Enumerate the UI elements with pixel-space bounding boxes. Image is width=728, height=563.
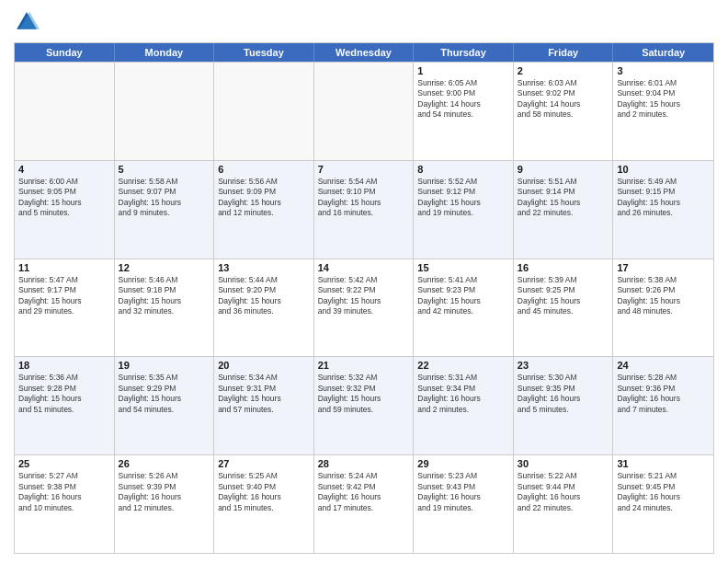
calendar-cell: 11Sunrise: 5:47 AM Sunset: 9:17 PM Dayli…: [15, 259, 115, 357]
day-info: Sunrise: 6:01 AM Sunset: 9:04 PM Dayligh…: [617, 78, 710, 121]
day-number: 10: [617, 164, 710, 175]
day-info: Sunrise: 5:58 AM Sunset: 9:07 PM Dayligh…: [119, 177, 210, 219]
day-number: 16: [518, 262, 609, 273]
header-day-sunday: Sunday: [15, 43, 115, 62]
day-number: 2: [518, 65, 609, 76]
calendar-cell: 12Sunrise: 5:46 AM Sunset: 9:18 PM Dayli…: [115, 259, 215, 357]
day-info: Sunrise: 5:39 AM Sunset: 9:25 PM Dayligh…: [518, 275, 609, 317]
header-day-tuesday: Tuesday: [214, 43, 314, 62]
day-info: Sunrise: 5:24 AM Sunset: 9:42 PM Dayligh…: [318, 471, 410, 513]
day-info: Sunrise: 5:21 AM Sunset: 9:45 PM Dayligh…: [617, 471, 710, 513]
day-number: 21: [318, 360, 410, 371]
header-day-thursday: Thursday: [414, 43, 514, 62]
calendar-row: 4Sunrise: 6:00 AM Sunset: 9:05 PM Daylig…: [15, 160, 713, 259]
day-number: 26: [119, 458, 210, 469]
day-info: Sunrise: 5:54 AM Sunset: 9:10 PM Dayligh…: [318, 177, 410, 219]
day-info: Sunrise: 5:36 AM Sunset: 9:28 PM Dayligh…: [18, 373, 110, 415]
calendar-row: 1Sunrise: 6:05 AM Sunset: 9:00 PM Daylig…: [15, 62, 713, 160]
day-number: 3: [617, 65, 710, 76]
day-number: 12: [119, 262, 210, 273]
day-number: 28: [318, 458, 410, 469]
calendar-cell: 22Sunrise: 5:31 AM Sunset: 9:34 PM Dayli…: [414, 357, 514, 454]
day-info: Sunrise: 6:05 AM Sunset: 9:00 PM Dayligh…: [417, 78, 509, 121]
day-number: 22: [417, 360, 509, 371]
calendar-header: SundayMondayTuesdayWednesdayThursdayFrid…: [15, 43, 713, 62]
calendar-cell: 20Sunrise: 5:34 AM Sunset: 9:31 PM Dayli…: [214, 357, 314, 454]
day-number: 17: [617, 262, 710, 273]
calendar-cell: 25Sunrise: 5:27 AM Sunset: 9:38 PM Dayli…: [15, 455, 115, 553]
day-info: Sunrise: 5:41 AM Sunset: 9:23 PM Dayligh…: [417, 275, 509, 317]
day-info: Sunrise: 6:00 AM Sunset: 9:05 PM Dayligh…: [18, 177, 110, 219]
header-day-monday: Monday: [115, 43, 215, 62]
calendar-cell: [314, 63, 415, 160]
calendar-row: 25Sunrise: 5:27 AM Sunset: 9:38 PM Dayli…: [15, 454, 713, 553]
calendar-cell: 2Sunrise: 6:03 AM Sunset: 9:02 PM Daylig…: [514, 63, 614, 160]
calendar-cell: 10Sunrise: 5:49 AM Sunset: 9:15 PM Dayli…: [613, 161, 713, 259]
day-number: 9: [518, 164, 609, 175]
day-info: Sunrise: 5:31 AM Sunset: 9:34 PM Dayligh…: [417, 373, 509, 415]
day-number: 15: [417, 262, 509, 273]
day-number: 6: [218, 164, 310, 175]
calendar-cell: 6Sunrise: 5:56 AM Sunset: 9:09 PM Daylig…: [214, 161, 314, 259]
day-info: Sunrise: 5:22 AM Sunset: 9:44 PM Dayligh…: [518, 471, 609, 513]
day-number: 1: [417, 65, 509, 76]
day-info: Sunrise: 5:47 AM Sunset: 9:17 PM Dayligh…: [18, 275, 110, 317]
calendar-cell: 26Sunrise: 5:26 AM Sunset: 9:39 PM Dayli…: [115, 455, 215, 553]
calendar-cell: [214, 63, 314, 160]
day-number: 30: [518, 458, 609, 469]
calendar-cell: 8Sunrise: 5:52 AM Sunset: 9:12 PM Daylig…: [414, 161, 514, 259]
calendar-cell: 27Sunrise: 5:25 AM Sunset: 9:40 PM Dayli…: [214, 455, 314, 553]
day-number: 23: [518, 360, 609, 371]
calendar-cell: [115, 63, 215, 160]
day-number: 25: [18, 458, 110, 469]
day-info: Sunrise: 5:23 AM Sunset: 9:43 PM Dayligh…: [417, 471, 509, 513]
day-info: Sunrise: 5:35 AM Sunset: 9:29 PM Dayligh…: [119, 373, 210, 415]
calendar-cell: 15Sunrise: 5:41 AM Sunset: 9:23 PM Dayli…: [414, 259, 514, 357]
day-info: Sunrise: 5:44 AM Sunset: 9:20 PM Dayligh…: [218, 275, 310, 317]
day-info: Sunrise: 5:25 AM Sunset: 9:40 PM Dayligh…: [218, 471, 310, 513]
header: [14, 9, 714, 35]
day-info: Sunrise: 5:38 AM Sunset: 9:26 PM Dayligh…: [617, 275, 710, 317]
day-number: 20: [218, 360, 310, 371]
day-number: 8: [417, 164, 509, 175]
calendar-cell: 31Sunrise: 5:21 AM Sunset: 9:45 PM Dayli…: [613, 455, 713, 553]
header-day-wednesday: Wednesday: [314, 43, 415, 62]
day-number: 24: [617, 360, 710, 371]
calendar-cell: 7Sunrise: 5:54 AM Sunset: 9:10 PM Daylig…: [314, 161, 415, 259]
day-number: 14: [318, 262, 410, 273]
day-number: 27: [218, 458, 310, 469]
day-number: 31: [617, 458, 710, 469]
calendar-cell: 24Sunrise: 5:28 AM Sunset: 9:36 PM Dayli…: [613, 357, 713, 454]
calendar-cell: 19Sunrise: 5:35 AM Sunset: 9:29 PM Dayli…: [115, 357, 215, 454]
calendar-cell: 1Sunrise: 6:05 AM Sunset: 9:00 PM Daylig…: [414, 63, 514, 160]
day-info: Sunrise: 5:51 AM Sunset: 9:14 PM Dayligh…: [518, 177, 609, 219]
day-number: 29: [417, 458, 509, 469]
calendar-cell: 28Sunrise: 5:24 AM Sunset: 9:42 PM Dayli…: [314, 455, 415, 553]
calendar-cell: 18Sunrise: 5:36 AM Sunset: 9:28 PM Dayli…: [15, 357, 115, 454]
calendar-cell: 14Sunrise: 5:42 AM Sunset: 9:22 PM Dayli…: [314, 259, 415, 357]
calendar-cell: 9Sunrise: 5:51 AM Sunset: 9:14 PM Daylig…: [514, 161, 614, 259]
calendar-cell: [15, 63, 115, 160]
day-info: Sunrise: 6:03 AM Sunset: 9:02 PM Dayligh…: [518, 78, 609, 121]
day-number: 19: [119, 360, 210, 371]
calendar-cell: 29Sunrise: 5:23 AM Sunset: 9:43 PM Dayli…: [414, 455, 514, 553]
header-day-saturday: Saturday: [613, 43, 713, 62]
day-number: 7: [318, 164, 410, 175]
calendar-cell: 30Sunrise: 5:22 AM Sunset: 9:44 PM Dayli…: [514, 455, 614, 553]
day-info: Sunrise: 5:49 AM Sunset: 9:15 PM Dayligh…: [617, 177, 710, 219]
day-number: 5: [119, 164, 210, 175]
logo: [14, 9, 43, 35]
day-info: Sunrise: 5:32 AM Sunset: 9:32 PM Dayligh…: [318, 373, 410, 415]
calendar-cell: 13Sunrise: 5:44 AM Sunset: 9:20 PM Dayli…: [214, 259, 314, 357]
calendar-cell: 5Sunrise: 5:58 AM Sunset: 9:07 PM Daylig…: [115, 161, 215, 259]
day-number: 13: [218, 262, 310, 273]
logo-icon: [14, 9, 40, 35]
day-info: Sunrise: 5:28 AM Sunset: 9:36 PM Dayligh…: [617, 373, 710, 415]
day-number: 4: [18, 164, 110, 175]
day-info: Sunrise: 5:52 AM Sunset: 9:12 PM Dayligh…: [417, 177, 509, 219]
day-info: Sunrise: 5:26 AM Sunset: 9:39 PM Dayligh…: [119, 471, 210, 513]
calendar-cell: 4Sunrise: 6:00 AM Sunset: 9:05 PM Daylig…: [15, 161, 115, 259]
day-info: Sunrise: 5:34 AM Sunset: 9:31 PM Dayligh…: [218, 373, 310, 415]
calendar-cell: 3Sunrise: 6:01 AM Sunset: 9:04 PM Daylig…: [613, 63, 713, 160]
day-info: Sunrise: 5:46 AM Sunset: 9:18 PM Dayligh…: [119, 275, 210, 317]
